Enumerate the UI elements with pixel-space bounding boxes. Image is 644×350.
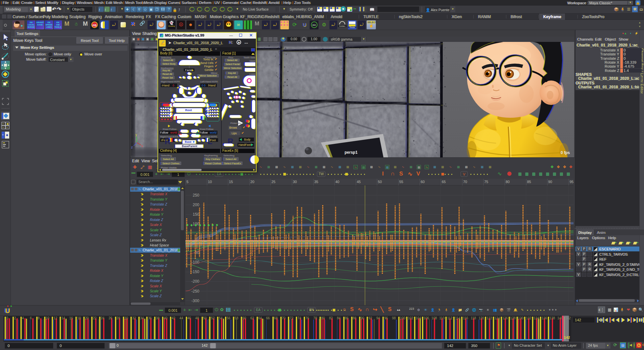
svg-text:persp1: persp1	[345, 150, 358, 155]
svg-text:◆: ◆	[6, 133, 8, 137]
svg-text:+: +	[6, 126, 8, 129]
svg-text:-250: -250	[191, 289, 199, 294]
svg-text:0 fps: 0 fps	[561, 150, 570, 155]
svg-text:x: x	[141, 144, 143, 148]
svg-text:200: 200	[193, 203, 199, 207]
svg-text:+: +	[2, 133, 4, 137]
svg-text:y: y	[135, 133, 137, 137]
svg-text:-300: -300	[191, 299, 199, 303]
svg-text:-100: -100	[191, 260, 199, 265]
svg-text:z: z	[131, 145, 133, 149]
svg-text:-200: -200	[191, 279, 199, 284]
svg-text:-150: -150	[191, 270, 199, 274]
svg-text:+: +	[2, 122, 4, 125]
svg-text:+: +	[2, 126, 4, 129]
svg-text:150: 150	[193, 212, 199, 217]
svg-text:◆: ◆	[7, 122, 9, 125]
svg-text:250: 250	[193, 193, 199, 198]
